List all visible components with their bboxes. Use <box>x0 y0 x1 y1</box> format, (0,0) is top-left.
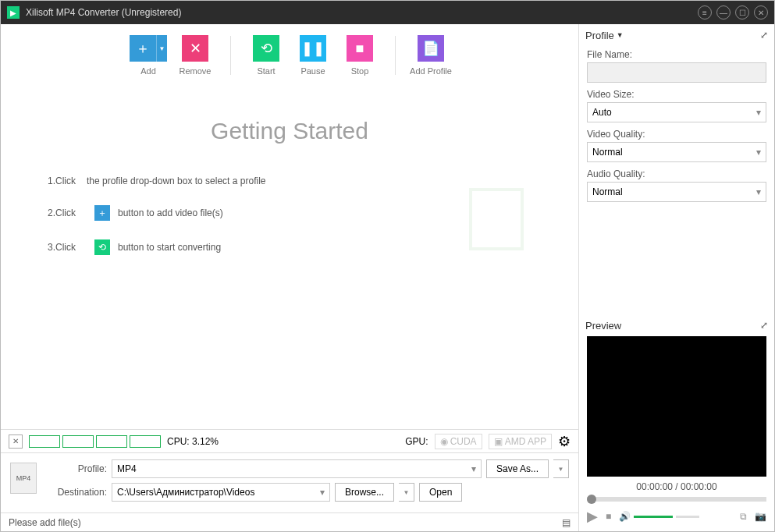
cuda-button[interactable]: ◉CUDA <box>435 434 482 449</box>
start-button[interactable]: ⟲ Start <box>243 35 290 76</box>
stop-icon: ■ <box>347 35 373 62</box>
filename-input[interactable] <box>587 62 766 83</box>
refresh-icon: ⟲ <box>94 239 110 255</box>
videoquality-label: Video Quality: <box>587 129 766 140</box>
add-profile-label: Add Profile <box>410 66 452 76</box>
app-logo-icon: ▶ <box>7 6 20 19</box>
clear-button[interactable]: ✕ <box>9 434 23 449</box>
save-as-dropdown[interactable]: ▼ <box>553 459 569 478</box>
amd-button[interactable]: ▣AMD APP <box>489 434 552 449</box>
browse-button[interactable]: Browse... <box>335 483 394 502</box>
preview-time: 00:00:00 / 00:00:00 <box>579 481 774 492</box>
chevron-down-icon[interactable]: ▼ <box>617 31 624 39</box>
add-profile-button[interactable]: 📄 Add Profile <box>407 35 454 76</box>
preview-seek-slider[interactable] <box>587 497 766 502</box>
amd-icon: ▣ <box>494 436 503 447</box>
menu-button[interactable]: ≡ <box>698 5 712 20</box>
favorite-icon[interactable]: ⧉ <box>740 511 747 522</box>
remove-button[interactable]: ✕ Remove <box>172 35 219 76</box>
pause-button[interactable]: ❚❚ Pause <box>290 35 336 76</box>
stop-preview-button[interactable]: ■ <box>606 511 611 522</box>
getting-started-title: Getting Started <box>48 118 531 144</box>
layout-toggle-icon[interactable]: ▤ <box>562 517 571 528</box>
gpu-label: GPU: <box>405 436 428 447</box>
videosize-label: Video Size: <box>587 89 766 100</box>
volume-slider[interactable] <box>634 516 673 518</box>
save-as-button[interactable]: Save As... <box>486 459 549 478</box>
content-area: Getting Started 1.Click the profile drop… <box>1 87 578 429</box>
window-title: Xilisoft MP4 Converter (Unregistered) <box>26 7 693 18</box>
bottom-panel: MP4 Profile: MP4 Save As... ▼ Destinatio… <box>1 452 578 512</box>
refresh-icon: ⟲ <box>253 35 279 62</box>
play-button[interactable]: ▶ <box>587 508 598 525</box>
cpu-meter <box>29 435 161 448</box>
videoquality-combo[interactable]: Normal <box>587 142 766 162</box>
preview-screen <box>587 336 766 477</box>
x-icon: ✕ <box>182 35 208 62</box>
step-3: 3.Click ⟲ button to start converting <box>48 239 360 255</box>
open-button[interactable]: Open <box>419 483 462 502</box>
add-label: Add <box>140 66 156 76</box>
filename-label: File Name: <box>587 49 766 60</box>
profile-label: Profile: <box>44 463 107 474</box>
slider-thumb[interactable] <box>587 495 596 504</box>
close-button[interactable]: ✕ <box>754 5 768 20</box>
mp4-file-icon: MP4 <box>10 463 37 494</box>
destination-combo[interactable]: C:\Users\Администратор\Videos <box>112 483 330 502</box>
remove-label: Remove <box>180 66 212 76</box>
document-icon: 📄 <box>418 35 444 62</box>
audioquality-combo[interactable]: Normal <box>587 182 766 202</box>
expand-icon[interactable]: ⤢ <box>760 30 768 41</box>
stop-button[interactable]: ■ Stop <box>336 35 383 76</box>
destination-label: Destination: <box>44 487 107 498</box>
cpu-label: CPU: 3.12% <box>167 436 219 447</box>
plus-icon: ＋ <box>94 205 110 221</box>
separator <box>230 36 231 75</box>
maximize-button[interactable]: ☐ <box>735 5 749 20</box>
preview-panel-header: Preview ⤢ <box>579 314 774 336</box>
profile-combo[interactable]: MP4 <box>112 459 482 478</box>
statusbar: ✕ CPU: 3.12% GPU: ◉CUDA ▣AMD APP ⚙ <box>1 429 578 452</box>
volume-icon[interactable]: 🔊 <box>619 511 631 522</box>
toolbar: ＋ ▼ Add ✕ Remove ⟲ Start ❚❚ Pause ■ Stop <box>1 24 578 87</box>
pause-icon: ❚❚ <box>300 35 326 62</box>
audioquality-label: Audio Quality: <box>587 168 766 179</box>
browse-dropdown[interactable]: ▼ <box>399 483 414 502</box>
plus-icon: ＋ <box>130 35 156 62</box>
stop-label: Stop <box>351 66 369 76</box>
expand-icon[interactable]: ⤢ <box>760 320 768 331</box>
step-2: 2.Click ＋ button to add video file(s) <box>48 205 360 221</box>
minimize-button[interactable]: — <box>716 5 731 20</box>
settings-icon[interactable]: ⚙ <box>558 433 571 450</box>
add-dropdown-arrow[interactable]: ▼ <box>156 35 167 62</box>
nvidia-icon: ◉ <box>440 436 448 447</box>
step-1: 1.Click the profile drop-down box to sel… <box>48 176 360 186</box>
pause-label: Pause <box>300 66 325 76</box>
videosize-combo[interactable]: Auto <box>587 102 766 122</box>
start-label: Start <box>257 66 275 76</box>
separator <box>395 36 396 75</box>
message-bar: Please add file(s) ▤ <box>1 512 578 531</box>
titlebar: ▶ Xilisoft MP4 Converter (Unregistered) … <box>1 1 774 24</box>
snapshot-icon[interactable]: 📷 <box>755 511 766 522</box>
profile-panel-header: Profile ▼ ⤢ <box>579 24 774 46</box>
add-button[interactable]: ＋ ▼ Add <box>125 35 172 76</box>
film-strip-icon <box>469 188 524 250</box>
